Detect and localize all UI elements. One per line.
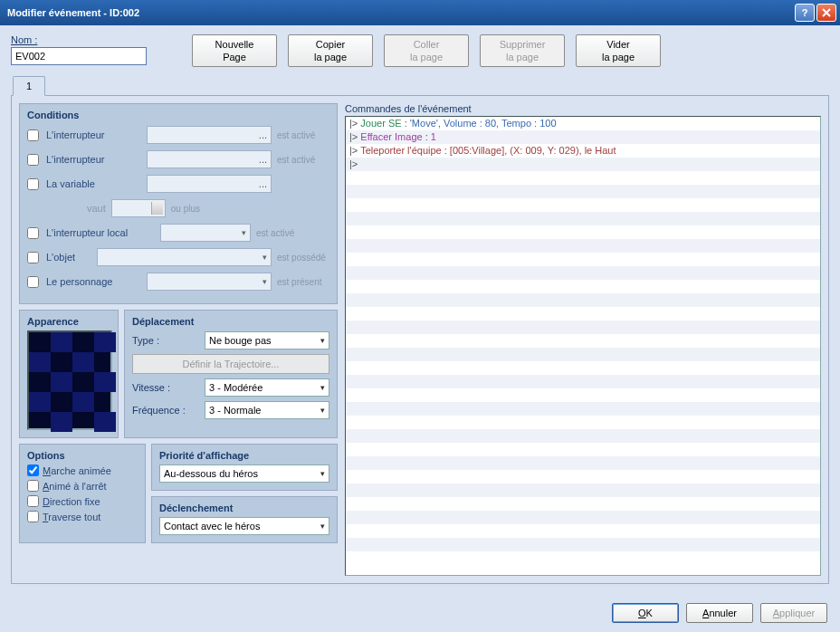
main-panel: Conditions L'interrupteur ... est activé…	[11, 95, 829, 584]
trajectory-button: Définir la Trajectoire...	[132, 354, 329, 374]
appearance-group: Apparence	[19, 310, 119, 438]
command-row[interactable]	[346, 280, 820, 293]
cond-actor-check[interactable]	[27, 276, 39, 288]
clear-page-button[interactable]: Vider la page	[576, 34, 661, 67]
options-priority-row: Options Marche animée Animé à l'arrêt Di…	[19, 444, 338, 543]
command-row[interactable]: |> Teleporter l'équipe : [005:Village], …	[346, 144, 820, 158]
priority-trigger-col: Priorité d'affichage Au-dessous du héros…	[151, 444, 338, 543]
command-row[interactable]	[346, 212, 820, 225]
trigger-title: Déclenchement	[159, 503, 329, 513]
name-label: Nom :	[11, 34, 156, 45]
command-row[interactable]	[346, 524, 820, 538]
conditions-group: Conditions L'interrupteur ... est activé…	[19, 103, 338, 304]
cond-vaut-suffix: ou plus	[171, 204, 224, 214]
command-row[interactable]	[346, 361, 820, 375]
cond-item-check[interactable]	[27, 252, 39, 263]
cond-vaut-spin[interactable]	[111, 199, 166, 217]
movement-freq-select[interactable]: 3 - Normale	[205, 401, 329, 419]
command-row[interactable]	[346, 239, 820, 253]
movement-speed-label: Vitesse :	[132, 382, 197, 393]
name-block: Nom :	[11, 34, 156, 65]
appearance-title: Apparence	[27, 316, 110, 327]
command-row[interactable]	[346, 307, 820, 321]
priority-select[interactable]: Au-dessous du héros	[159, 464, 329, 483]
cond-selfswitch-label: L'interrupteur local	[46, 227, 155, 238]
command-row[interactable]	[346, 402, 820, 416]
commands-list[interactable]: |> Jouer SE : 'Move', Volume : 80, Tempo…	[345, 116, 821, 576]
cond-switch1-field[interactable]: ...	[147, 126, 272, 144]
command-row[interactable]	[346, 266, 820, 280]
copy-page-button[interactable]: Copier la page	[288, 34, 373, 67]
command-row[interactable]	[346, 443, 820, 456]
command-row[interactable]: |>	[346, 158, 820, 171]
cond-selfswitch-check[interactable]	[27, 227, 39, 239]
command-row[interactable]	[346, 334, 820, 348]
command-row[interactable]	[346, 253, 820, 266]
cond-selfswitch-field[interactable]	[160, 224, 251, 242]
cond-switch1-check[interactable]	[27, 129, 39, 141]
opt-through[interactable]: Traverse tout	[27, 511, 138, 522]
command-row[interactable]	[346, 198, 820, 212]
page-tabs: 1	[13, 76, 829, 96]
command-row[interactable]	[346, 484, 820, 497]
command-row[interactable]	[346, 171, 820, 185]
cond-variable-row: La variable ...	[27, 174, 329, 194]
cond-variable-field[interactable]: ...	[147, 175, 272, 193]
paste-page-button: Coller la page	[384, 34, 469, 67]
cond-switch2-check[interactable]	[27, 154, 39, 166]
command-row[interactable]	[346, 185, 820, 198]
tab-1[interactable]: 1	[13, 76, 45, 96]
command-row[interactable]	[346, 551, 820, 565]
opt-walk-anim-check[interactable]	[27, 464, 39, 476]
command-row[interactable]	[346, 511, 820, 524]
command-row[interactable]	[346, 538, 820, 551]
cond-variable-check[interactable]	[27, 178, 39, 190]
opt-dir-fix[interactable]: Direction fixe	[27, 495, 138, 507]
command-row[interactable]	[346, 429, 820, 443]
cond-actor-label: Le personnage	[46, 276, 141, 287]
ok-button[interactable]: OK	[612, 603, 679, 623]
command-row[interactable]: |> Jouer SE : 'Move', Volume : 80, Tempo…	[346, 117, 820, 130]
window-title: Modifier événement - ID:002	[7, 7, 793, 18]
command-row[interactable]	[346, 375, 820, 388]
cond-switch2-suffix: est activé	[277, 155, 329, 165]
cond-selfswitch-row: L'interrupteur local est activé	[27, 223, 329, 243]
close-button[interactable]	[816, 4, 836, 22]
cond-item-label: L'objet	[46, 252, 91, 263]
page-buttons: Nouvelle Page Copier la page Coller la p…	[192, 34, 661, 67]
options-group: Options Marche animée Animé à l'arrêt Di…	[19, 444, 146, 543]
cond-switch2-label: L'interrupteur	[46, 154, 141, 165]
opt-step-anim-check[interactable]	[27, 480, 39, 492]
delete-page-button: Supprimer la page	[480, 34, 565, 67]
cond-item-suffix: est possédé	[277, 253, 329, 263]
command-row[interactable]	[346, 416, 820, 429]
command-row[interactable]	[346, 470, 820, 484]
movement-speed-select[interactable]: 3 - Modérée	[205, 378, 329, 397]
opt-through-check[interactable]	[27, 511, 39, 522]
command-row[interactable]	[346, 497, 820, 511]
new-page-button[interactable]: Nouvelle Page	[192, 34, 277, 67]
title-bar: Modifier événement - ID:002 ?	[0, 0, 840, 25]
command-row[interactable]	[346, 293, 820, 307]
command-row[interactable]	[346, 225, 820, 239]
opt-dir-fix-check[interactable]	[27, 495, 39, 507]
name-input[interactable]	[11, 47, 147, 65]
command-row[interactable]	[346, 348, 820, 361]
appearance-movement-row: Apparence Déplacement Type : Ne bouge pa…	[19, 310, 338, 438]
command-row[interactable]	[346, 321, 820, 334]
cond-item-field[interactable]	[97, 248, 272, 266]
opt-step-anim[interactable]: Animé à l'arrêt	[27, 480, 138, 492]
priority-group: Priorité d'affichage Au-dessous du héros	[151, 444, 338, 491]
cancel-button[interactable]: Annuler	[686, 603, 753, 623]
movement-type-select[interactable]: Ne bouge pas	[205, 331, 329, 350]
cond-switch2-field[interactable]: ...	[147, 150, 272, 168]
command-row[interactable]	[346, 388, 820, 402]
cond-actor-field[interactable]	[147, 273, 272, 291]
commands-column: Commandes de l'événement |> Jouer SE : '…	[345, 103, 821, 576]
trigger-select[interactable]: Contact avec le héros	[159, 517, 329, 535]
opt-walk-anim[interactable]: Marche animée	[27, 464, 138, 476]
command-row[interactable]: |> Effacer Image : 1	[346, 130, 820, 144]
command-row[interactable]	[346, 456, 820, 470]
appearance-preview[interactable]	[27, 330, 112, 430]
help-button[interactable]: ?	[795, 4, 815, 22]
